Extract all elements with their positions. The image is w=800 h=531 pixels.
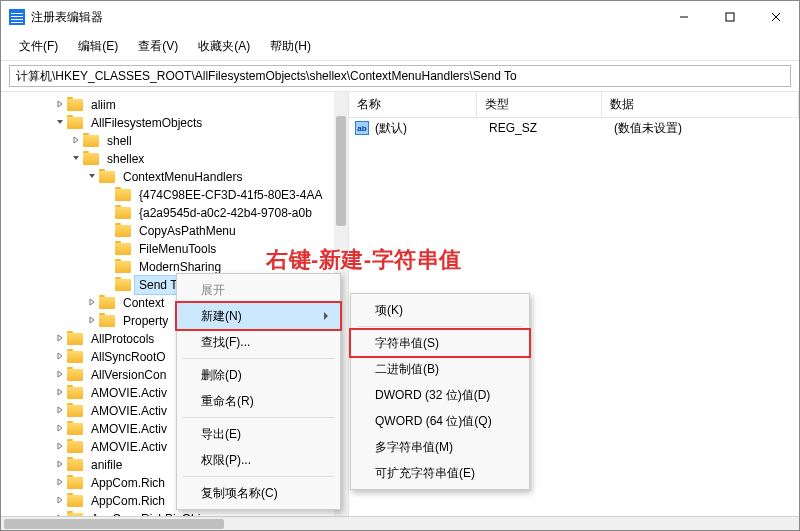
cm-new-dword[interactable]: DWORD (32 位)值(D) xyxy=(351,382,529,408)
cm-new-key[interactable]: 项(K) xyxy=(351,297,529,323)
registry-editor-window: 注册表编辑器 文件(F) 编辑(E) 查看(V) 收藏夹(A) 帮助(H) al… xyxy=(0,0,800,531)
tree-node-label: AMOVIE.Activ xyxy=(87,420,171,438)
tree-node-label: shellex xyxy=(103,150,148,168)
cm-new-multistring[interactable]: 多字符串值(M) xyxy=(351,434,529,460)
chevron-right-icon[interactable] xyxy=(53,348,67,366)
horizontal-scrollbar[interactable] xyxy=(1,516,799,530)
context-menu-new: 项(K) 字符串值(S) 二进制值(B) DWORD (32 位)值(D) QW… xyxy=(350,293,530,490)
folder-icon xyxy=(115,243,131,255)
cm-new-expandstring[interactable]: 可扩充字符串值(E) xyxy=(351,460,529,486)
tree-node-label: CopyAsPathMenu xyxy=(135,222,240,240)
close-button[interactable] xyxy=(753,1,799,33)
cm-separator xyxy=(357,326,523,327)
header-data[interactable]: 数据 xyxy=(602,92,799,117)
menu-file[interactable]: 文件(F) xyxy=(9,34,68,59)
minimize-button[interactable] xyxy=(661,1,707,33)
value-row[interactable]: ab (默认) REG_SZ (数值未设置) xyxy=(349,118,799,138)
cm-new-qword[interactable]: QWORD (64 位)值(Q) xyxy=(351,408,529,434)
cm-new-string[interactable]: 字符串值(S) xyxy=(351,330,529,356)
cm-new[interactable]: 新建(N) xyxy=(177,303,340,329)
chevron-right-icon[interactable] xyxy=(53,474,67,492)
menu-help[interactable]: 帮助(H) xyxy=(260,34,321,59)
chevron-right-icon[interactable] xyxy=(53,456,67,474)
chevron-right-icon[interactable] xyxy=(69,132,83,150)
tree-node-label: ContextMenuHandlers xyxy=(119,168,246,186)
chevron-right-icon[interactable] xyxy=(53,366,67,384)
menu-edit[interactable]: 编辑(E) xyxy=(68,34,128,59)
chevron-right-icon[interactable] xyxy=(85,312,99,330)
folder-icon xyxy=(67,423,83,435)
tree-node-label: AllFilesystemObjects xyxy=(87,114,206,132)
tree-node[interactable]: CopyAsPathMenu xyxy=(5,222,348,240)
maximize-button[interactable] xyxy=(707,1,753,33)
cm-expand[interactable]: 展开 xyxy=(177,277,340,303)
tree-node-label: AllVersionCon xyxy=(87,366,170,384)
chevron-right-icon[interactable] xyxy=(53,384,67,402)
tree-node[interactable]: ContextMenuHandlers xyxy=(5,168,348,186)
chevron-right-icon[interactable] xyxy=(53,492,67,510)
tree-node-label: AMOVIE.Activ xyxy=(87,402,171,420)
menu-view[interactable]: 查看(V) xyxy=(128,34,188,59)
tree-node[interactable]: {a2a9545d-a0c2-42b4-9708-a0b xyxy=(5,204,348,222)
folder-icon xyxy=(67,495,83,507)
tree-node-label: AllSyncRootO xyxy=(87,348,170,366)
tree-node-label: {a2a9545d-a0c2-42b4-9708-a0b xyxy=(135,204,316,222)
cm-export[interactable]: 导出(E) xyxy=(177,421,340,447)
cm-copy-key-name[interactable]: 复制项名称(C) xyxy=(177,480,340,506)
folder-icon xyxy=(67,351,83,363)
cm-rename[interactable]: 重命名(R) xyxy=(177,388,340,414)
chevron-down-icon[interactable] xyxy=(69,150,83,168)
folder-icon xyxy=(83,153,99,165)
cm-separator xyxy=(183,358,334,359)
header-name[interactable]: 名称 xyxy=(349,92,477,117)
cm-new-binary[interactable]: 二进制值(B) xyxy=(351,356,529,382)
value-data: (数值未设置) xyxy=(606,120,799,137)
menubar: 文件(F) 编辑(E) 查看(V) 收藏夹(A) 帮助(H) xyxy=(1,33,799,61)
tree-node-label: {474C98EE-CF3D-41f5-80E3-4AA xyxy=(135,186,326,204)
folder-icon xyxy=(67,405,83,417)
cm-delete[interactable]: 删除(D) xyxy=(177,362,340,388)
tree-node-label: anifile xyxy=(87,456,126,474)
annotation-text: 右键-新建-字符串值 xyxy=(266,245,462,275)
folder-icon xyxy=(67,459,83,471)
tree-node[interactable]: shellex xyxy=(5,150,348,168)
tree-node[interactable]: shell xyxy=(5,132,348,150)
tree-node-label: AMOVIE.Activ xyxy=(87,384,171,402)
chevron-right-icon[interactable] xyxy=(85,294,99,312)
tree-node-label: FileMenuTools xyxy=(135,240,220,258)
folder-icon xyxy=(115,207,131,219)
folder-icon xyxy=(115,225,131,237)
cm-separator xyxy=(183,476,334,477)
chevron-down-icon[interactable] xyxy=(85,168,99,186)
chevron-right-icon[interactable] xyxy=(53,402,67,420)
tree-node-label: AllProtocols xyxy=(87,330,158,348)
app-icon xyxy=(9,9,25,25)
folder-icon xyxy=(67,369,83,381)
folder-icon xyxy=(99,297,115,309)
header-type[interactable]: 类型 xyxy=(477,92,602,117)
value-name: (默认) xyxy=(373,120,481,137)
folder-icon xyxy=(67,99,83,111)
folder-icon xyxy=(115,261,131,273)
menu-favorites[interactable]: 收藏夹(A) xyxy=(188,34,260,59)
chevron-right-icon[interactable] xyxy=(53,96,67,114)
chevron-down-icon[interactable] xyxy=(53,114,67,132)
folder-icon xyxy=(67,387,83,399)
tree-node[interactable]: {474C98EE-CF3D-41f5-80E3-4AA xyxy=(5,186,348,204)
window-controls xyxy=(661,1,799,33)
cm-permissions[interactable]: 权限(P)... xyxy=(177,447,340,473)
tree-node[interactable]: aliim xyxy=(5,96,348,114)
window-title: 注册表编辑器 xyxy=(31,9,103,26)
address-input[interactable] xyxy=(9,65,791,87)
tree-node[interactable]: AllFilesystemObjects xyxy=(5,114,348,132)
context-menu-main: 展开 新建(N) 查找(F)... 删除(D) 重命名(R) 导出(E) 权限(… xyxy=(176,273,341,510)
folder-icon xyxy=(99,171,115,183)
tree-node-label: Property xyxy=(119,312,172,330)
chevron-right-icon[interactable] xyxy=(53,420,67,438)
folder-icon xyxy=(83,135,99,147)
cm-find[interactable]: 查找(F)... xyxy=(177,329,340,355)
tree-node-label: AppCom.Rich xyxy=(87,492,169,510)
chevron-right-icon[interactable] xyxy=(53,330,67,348)
folder-icon xyxy=(99,315,115,327)
chevron-right-icon[interactable] xyxy=(53,438,67,456)
